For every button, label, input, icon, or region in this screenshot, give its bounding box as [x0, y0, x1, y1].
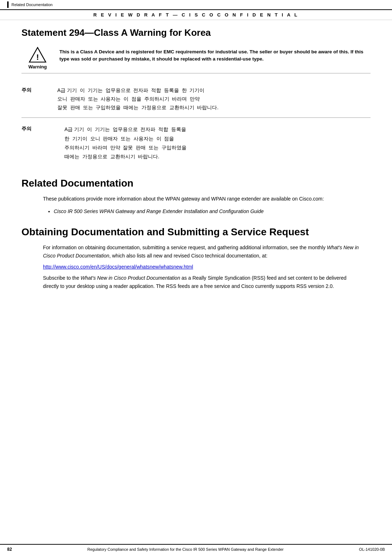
warning-block: ! Warning This is a Class A Device and i… — [21, 47, 371, 73]
footer-doc-id: OL-141020-0B — [359, 547, 385, 551]
warning-triangle-icon: ! — [29, 47, 47, 63]
content-area: Statement 294—Class A Warning for Korea … — [0, 20, 392, 544]
page-number: 82 — [7, 547, 12, 552]
warning-icon-area: ! Warning — [21, 47, 54, 69]
korean-text-2: A급 기기 이 기기는 업무용으로 전자파 적합 등록을 한 기기이 오니 판매… — [64, 125, 187, 161]
page-title: Statement 294—Class A Warning for Korea — [21, 27, 371, 38]
cisco-link[interactable]: http://www.cisco.com/en/US/docs/general/… — [43, 264, 371, 270]
footer-text: Regulatory Compliance and Safety Informa… — [87, 547, 284, 551]
page-footer: 82 Regulatory Compliance and Safety Info… — [0, 544, 392, 554]
obtaining-docs-para1: For information on obtaining documentati… — [43, 244, 363, 260]
korean-label-1: 주의 — [21, 86, 50, 93]
obtaining-docs-para2: Subscribe to the What's New in Cisco Pro… — [43, 274, 363, 290]
page-header: Related Documentation — [0, 0, 392, 10]
related-docs-intro: These publications provide more informat… — [43, 195, 371, 203]
header-bar — [7, 1, 9, 8]
related-docs-list: Cisco IR 500 Series WPAN Gateway and Ran… — [54, 207, 371, 216]
korean-block-1: 주의 A급 기기 이 기기는 업무용으로 전자파 적합 등록을 한 기기이 오니… — [21, 81, 371, 118]
korean-block-2: 주의 A급 기기 이 기기는 업무용으로 전자파 적합 등록을 한 기기이 오니… — [21, 118, 371, 167]
svg-text:!: ! — [36, 52, 39, 62]
obtaining-docs-heading: Obtaining Documentation and Submitting a… — [21, 226, 371, 238]
page-container: Related Documentation R E V I E W D R A … — [0, 0, 392, 554]
draft-banner: R E V I E W D R A F T — C I S C O C O N … — [0, 10, 392, 20]
header-section-label: Related Documentation — [11, 3, 53, 7]
related-docs-heading: Related Documentation — [21, 178, 371, 189]
related-docs-item: Cisco IR 500 Series WPAN Gateway and Ran… — [54, 207, 371, 216]
korean-label-2: 주의 — [21, 125, 50, 132]
korean-text-1: A급 기기 이 기기는 업무용으로 전자파 적합 등록을 한 기기이 오니 판매… — [57, 86, 218, 112]
warning-text: This is a Class A Device and is register… — [59, 47, 371, 63]
warning-label: Warning — [28, 64, 47, 69]
